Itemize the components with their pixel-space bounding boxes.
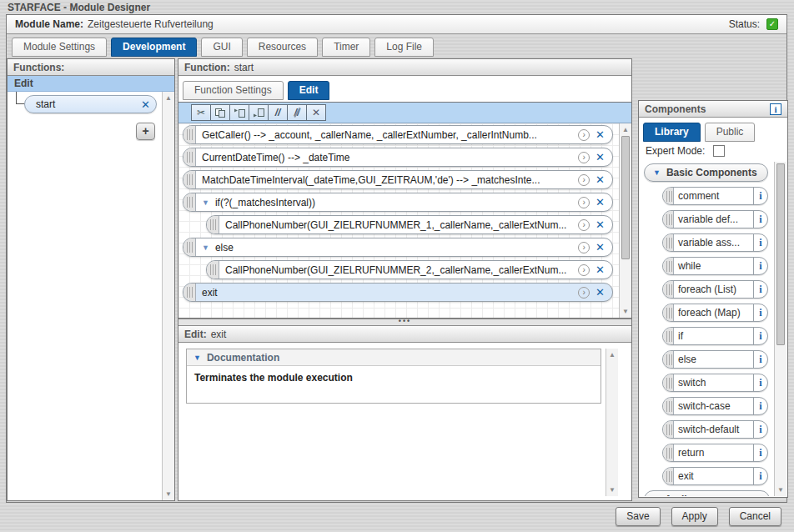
scroll-thumb[interactable] [776, 163, 785, 345]
paste-below-button[interactable] [249, 104, 269, 121]
component-item-return[interactable]: returni [662, 444, 768, 462]
drag-handle-icon[interactable] [663, 421, 674, 438]
scroll-up-icon[interactable]: ▲ [620, 124, 631, 135]
canvas-scrollbar[interactable]: ▲ ▼ [619, 123, 631, 318]
scroll-thumb[interactable] [621, 136, 630, 259]
delete-row-icon[interactable]: ✕ [596, 174, 605, 185]
open-detail-icon[interactable]: › [578, 129, 590, 141]
component-item-switch[interactable]: switchi [662, 374, 768, 392]
flow-row-getcaller-a[interactable]: GetCaller() --> _account, _callerName, _… [183, 125, 613, 144]
info-icon[interactable]: i [753, 188, 767, 204]
components-scrollbar[interactable]: ▼ [774, 162, 786, 496]
cancel-button[interactable]: Cancel [729, 507, 781, 526]
drag-handle-icon[interactable] [663, 234, 674, 251]
scroll-down-icon[interactable]: ▼ [620, 306, 631, 317]
expand-icon[interactable]: ▶ [653, 495, 659, 496]
scroll-down-icon[interactable]: ▼ [606, 484, 618, 495]
drag-handle-icon[interactable] [663, 444, 674, 461]
component-item-variable-ass[interactable]: variable ass...i [662, 233, 768, 252]
component-item-foreach-map[interactable]: foreach (Map)i [662, 304, 768, 322]
flow-row-callphonenumber-gu[interactable]: CallPhoneNumber(GUI_ZIELRUFNUMMER_1,_cal… [206, 215, 613, 234]
tab-module-settings[interactable]: Module Settings [12, 38, 107, 57]
collapse-branch-icon[interactable]: ▼ [202, 198, 209, 207]
component-item-switch-case[interactable]: switch-casei [662, 397, 768, 415]
info-icon[interactable]: i [753, 211, 767, 228]
component-item-exit[interactable]: exiti [662, 467, 768, 485]
delete-row-icon[interactable]: ✕ [596, 197, 605, 208]
flow-canvas[interactable]: GetCaller() --> _account, _callerName, _… [178, 123, 631, 318]
drag-handle-icon[interactable] [663, 374, 674, 391]
info-icon[interactable]: i [753, 374, 767, 391]
open-detail-icon[interactable]: › [578, 242, 590, 253]
comment-button[interactable]: // [268, 104, 288, 121]
component-item-comment[interactable]: commenti [662, 187, 768, 205]
flow-row-callphonenumber-gu[interactable]: CallPhoneNumber(GUI_ZIELRUFNUMMER_2,_cal… [206, 260, 613, 279]
drag-handle-icon[interactable] [183, 148, 196, 166]
drag-handle-icon[interactable] [663, 468, 674, 484]
functions-group-edit[interactable]: Edit [8, 76, 174, 92]
scroll-down-icon[interactable]: ▼ [163, 489, 174, 499]
drag-handle-icon[interactable] [183, 193, 196, 211]
drag-handle-icon[interactable] [663, 211, 674, 228]
info-icon[interactable]: i [753, 444, 767, 461]
drag-handle-icon[interactable] [207, 261, 219, 279]
tab-gui[interactable]: GUI [201, 38, 242, 57]
component-item-else[interactable]: elsei [662, 350, 768, 369]
open-detail-icon[interactable]: › [578, 152, 590, 163]
components-tab-public[interactable]: Public [705, 123, 756, 142]
flow-row-matchdatetimeinter[interactable]: MatchDateTimeInterval(_dateTime,GUI_ZEIT… [183, 170, 613, 189]
delete-row-icon[interactable]: ✕ [596, 152, 605, 163]
drag-handle-icon[interactable] [663, 258, 674, 274]
expert-mode-checkbox[interactable] [713, 145, 725, 157]
info-icon[interactable]: i [753, 421, 767, 438]
panel-splitter[interactable]: ••• [178, 319, 631, 326]
component-group-audio[interactable]: ▶Audio [644, 490, 770, 496]
open-detail-icon[interactable]: › [578, 197, 590, 208]
drag-handle-icon[interactable] [663, 304, 674, 321]
functions-scrollbar[interactable]: ▲ ▼ [162, 92, 174, 500]
open-detail-icon[interactable]: › [578, 264, 590, 276]
info-icon[interactable]: i [753, 351, 767, 368]
uncomment-button[interactable]: // [287, 104, 307, 121]
collapse-branch-icon[interactable]: ▼ [202, 243, 209, 252]
add-function-button[interactable]: + [136, 123, 155, 140]
delete-row-icon[interactable]: ✕ [596, 264, 605, 275]
save-button[interactable]: Save [616, 507, 660, 526]
drag-handle-icon[interactable] [663, 398, 674, 414]
flow-row-exit[interactable]: exit›✕ [183, 283, 613, 302]
open-detail-icon[interactable]: › [578, 287, 590, 299]
flow-row-if-matchesinter[interactable]: ▼if(?(_matchesInterval))›✕ [183, 193, 613, 212]
drag-handle-icon[interactable] [183, 238, 196, 256]
delete-function-icon[interactable]: ✕ [141, 99, 150, 110]
tab-timer[interactable]: Timer [322, 38, 370, 57]
open-detail-icon[interactable]: › [578, 219, 590, 231]
delete-row-icon[interactable]: ✕ [596, 219, 605, 230]
scroll-up-icon[interactable]: ▲ [163, 93, 174, 103]
function-item-start[interactable]: start ✕ [24, 95, 157, 113]
info-icon[interactable]: i [753, 234, 767, 251]
drag-handle-icon[interactable] [183, 284, 196, 301]
apply-button[interactable]: Apply [671, 507, 718, 526]
open-detail-icon[interactable]: › [578, 174, 590, 186]
collapse-icon[interactable]: ▼ [653, 168, 661, 177]
component-item-switch-default[interactable]: switch-defaulti [662, 420, 768, 439]
component-item-variable-def[interactable]: variable def...i [662, 210, 768, 228]
delete-button[interactable]: ✕ [306, 104, 326, 121]
drag-handle-icon[interactable] [663, 188, 674, 204]
tab-resources[interactable]: Resources [247, 38, 318, 57]
drag-handle-icon[interactable] [207, 216, 219, 233]
function-tab-edit[interactable]: Edit [288, 81, 330, 100]
component-item-if[interactable]: ifi [662, 327, 768, 345]
flow-row-else[interactable]: ▼else›✕ [183, 238, 613, 257]
drag-handle-icon[interactable] [183, 171, 196, 188]
drag-handle-icon[interactable] [663, 351, 674, 368]
component-item-foreach-list[interactable]: foreach (List)i [662, 280, 768, 299]
tab-development[interactable]: Development [111, 38, 197, 57]
delete-row-icon[interactable]: ✕ [596, 242, 605, 253]
paste-above-button[interactable] [229, 104, 249, 121]
scroll-down-icon[interactable]: ▼ [775, 484, 786, 495]
tab-log-file[interactable]: Log File [374, 38, 434, 57]
documentation-header[interactable]: ▼ Documentation [187, 349, 601, 366]
info-icon[interactable]: i [753, 468, 767, 484]
component-item-while[interactable]: whilei [662, 257, 768, 275]
